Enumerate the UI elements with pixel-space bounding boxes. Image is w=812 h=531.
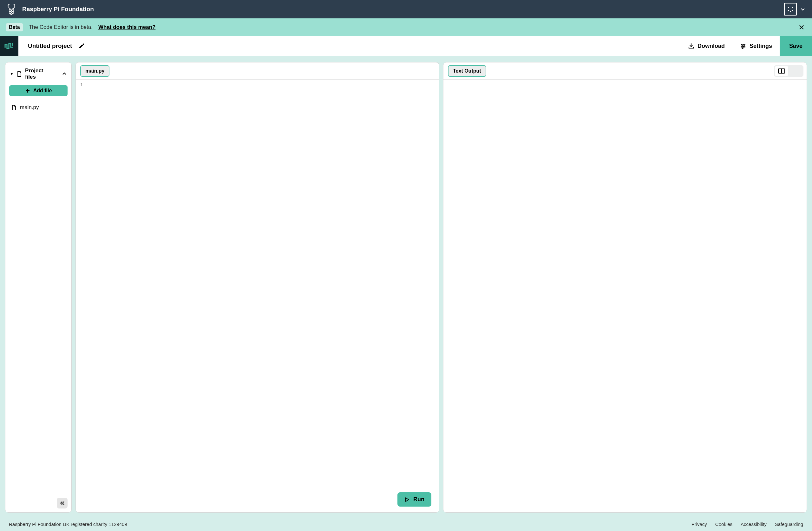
save-label: Save [789, 43, 802, 49]
svg-point-0 [9, 9, 11, 11]
output-tab-text[interactable]: Text Output [448, 65, 486, 77]
svg-point-12 [743, 46, 745, 47]
svg-point-2 [9, 11, 11, 14]
topbar-left: Raspberry Pi Foundation [6, 3, 94, 15]
output-body [444, 79, 807, 512]
svg-point-1 [11, 9, 14, 11]
workspace: ▼ Project files Add file main.py [0, 56, 812, 517]
chevron-down-icon[interactable] [800, 6, 806, 12]
svg-rect-7 [792, 7, 793, 8]
svg-rect-6 [788, 7, 789, 8]
raspberry-pi-logo-icon [6, 3, 16, 15]
svg-point-11 [742, 44, 743, 45]
code-body[interactable]: 1 [76, 79, 439, 512]
download-button[interactable]: Download [680, 36, 733, 56]
save-button[interactable]: Save [780, 36, 812, 56]
beta-info-link[interactable]: What does this mean? [98, 24, 156, 30]
footer-link-cookies[interactable]: Cookies [715, 521, 733, 527]
footer-link-safeguarding[interactable]: Safeguarding [775, 521, 803, 527]
svg-rect-8 [788, 10, 789, 11]
topbar: Raspberry Pi Foundation [0, 0, 812, 18]
svg-rect-10 [792, 10, 793, 11]
file-item-label: main.py [20, 104, 39, 110]
footer-link-privacy[interactable]: Privacy [692, 521, 707, 527]
view-single-button[interactable] [789, 66, 802, 76]
file-icon [17, 71, 22, 77]
settings-label: Settings [750, 43, 772, 49]
settings-button[interactable]: Settings [733, 36, 780, 56]
editor-logo-icon[interactable] [0, 36, 18, 56]
output-view-toggle [774, 65, 803, 77]
output-panel: Text Output [443, 62, 807, 513]
download-label: Download [697, 43, 725, 49]
file-item-main-py[interactable]: main.py [5, 99, 71, 116]
svg-rect-9 [790, 11, 791, 12]
project-bar: Untitled project Download Settings Save [0, 36, 812, 56]
editor-tabbar: main.py [76, 62, 439, 79]
account-menu-button[interactable] [784, 3, 797, 16]
footer-link-accessibility[interactable]: Accessibility [741, 521, 767, 527]
sidebar-heading: Project files [25, 68, 56, 80]
beta-banner: Beta The Code Editor is in beta. What do… [0, 18, 812, 36]
svg-point-5 [11, 13, 12, 15]
sidebar-panel: ▼ Project files Add file main.py [5, 62, 72, 513]
add-file-label: Add file [33, 88, 52, 93]
topbar-right [784, 3, 806, 16]
code-lines[interactable] [85, 82, 439, 512]
footer-links: Privacy Cookies Accessibility Safeguardi… [692, 521, 803, 527]
play-icon [404, 497, 409, 502]
view-split-button[interactable] [775, 66, 788, 76]
footer: Raspberry Pi Foundation UK registered ch… [0, 517, 812, 531]
plus-icon [25, 88, 30, 93]
settings-icon [740, 43, 746, 49]
project-title-wrap: Untitled project [18, 43, 85, 49]
code-panel: main.py 1 Run [75, 62, 439, 513]
run-label: Run [413, 496, 424, 503]
output-header: Text Output [444, 62, 807, 79]
beta-text: The Code Editor is in beta. [29, 24, 92, 30]
org-name: Raspberry Pi Foundation [22, 6, 94, 13]
close-icon[interactable] [797, 23, 806, 32]
line-number: 1 [76, 82, 83, 87]
svg-point-13 [742, 47, 743, 48]
download-icon [688, 43, 694, 49]
project-title: Untitled project [28, 43, 72, 49]
editor-tab-main-py[interactable]: main.py [80, 65, 110, 77]
collapse-sidebar-button[interactable] [57, 498, 68, 508]
edit-icon[interactable] [78, 43, 85, 49]
gutter: 1 [76, 82, 85, 512]
run-button[interactable]: Run [397, 492, 431, 506]
footer-charity: Raspberry Pi Foundation UK registered ch… [9, 521, 127, 527]
file-icon [12, 105, 16, 110]
svg-point-3 [11, 11, 14, 14]
chevron-up-icon[interactable] [62, 71, 67, 76]
beta-badge: Beta [6, 23, 23, 31]
sidebar-header[interactable]: ▼ Project files [5, 62, 71, 84]
add-file-button[interactable]: Add file [9, 85, 68, 96]
caret-down-icon: ▼ [10, 72, 14, 76]
